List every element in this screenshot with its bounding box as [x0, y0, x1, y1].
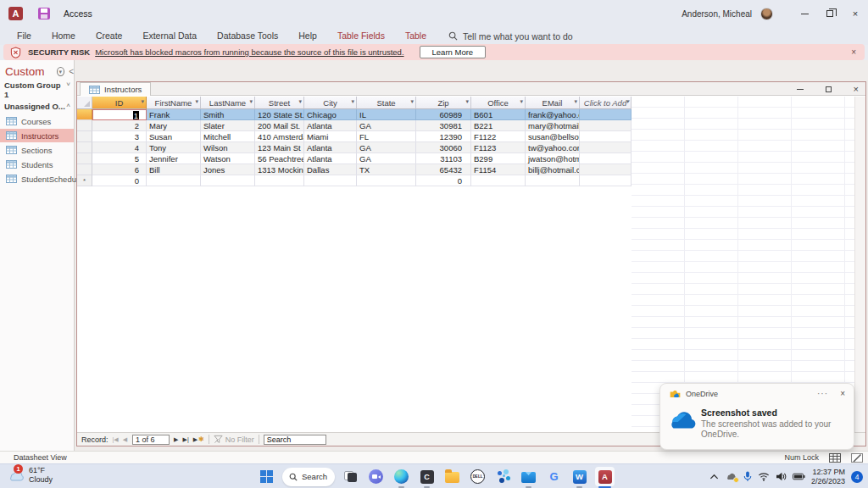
cell-lastname[interactable]: Slater	[201, 120, 255, 131]
nav-group-custom[interactable]: Custom Group 1˅	[4, 80, 70, 99]
cell-street[interactable]: 123 Main St	[255, 142, 304, 153]
column-header-office[interactable]: Office▾	[471, 97, 526, 109]
cell-lastname[interactable]	[201, 175, 255, 186]
cell-office[interactable]: B601	[471, 109, 526, 120]
tab-external-data[interactable]: External Data	[132, 27, 207, 45]
table-row[interactable]: 4 Tony Wilson 123 Main St Atlanta GA 300…	[77, 142, 632, 153]
cell-id[interactable]: 3	[92, 131, 147, 142]
cell-zip[interactable]: 12390	[416, 131, 471, 142]
learn-more-button[interactable]: Learn More	[420, 46, 487, 58]
cell-zip[interactable]: 31103	[416, 153, 471, 164]
access-button[interactable]: A	[595, 467, 615, 486]
toast-close-icon[interactable]: ×	[840, 389, 845, 398]
cell-office[interactable]: F1122	[471, 131, 526, 142]
cell-street[interactable]: 200 Mail St.	[255, 120, 304, 131]
row-selector[interactable]	[77, 109, 92, 120]
column-header-id[interactable]: ID▾	[92, 97, 147, 109]
tab-help[interactable]: Help	[288, 27, 327, 45]
account-name[interactable]: Anderson, Micheal	[682, 9, 752, 19]
tab-table[interactable]: Table	[395, 27, 437, 45]
cell-click-to-add[interactable]	[580, 131, 632, 142]
doc-close-icon[interactable]: ×	[854, 85, 859, 93]
table-row[interactable]: 3 Susan Mitchell 410 Amsterdam Miami FL …	[77, 131, 632, 142]
dropdown-icon[interactable]: ▾	[195, 98, 198, 105]
cell-office[interactable]: B221	[471, 120, 526, 131]
wifi-icon[interactable]	[758, 472, 770, 481]
nav-group-unassigned[interactable]: Unassigned O...˄	[4, 102, 70, 111]
cell-city[interactable]: Atlanta	[304, 153, 357, 164]
close-button[interactable]: ×	[843, 0, 868, 27]
dropdown-icon[interactable]: ▾	[249, 98, 253, 105]
cell-id[interactable]: 0	[92, 175, 147, 186]
last-record-icon[interactable]: ▶|	[183, 436, 189, 443]
cell-firstname[interactable]: Frank	[147, 109, 201, 120]
edge-button[interactable]	[392, 467, 411, 486]
cell-firstname[interactable]: Mary	[147, 120, 201, 131]
cell-firstname[interactable]: Susan	[147, 131, 201, 142]
next-record-icon[interactable]: ▶	[174, 436, 178, 443]
sidebar-item-sections[interactable]: Sections	[0, 143, 74, 157]
cell-click-to-add[interactable]	[580, 142, 632, 153]
cell-id[interactable]: 1	[92, 109, 147, 120]
cell-state[interactable]: IL	[357, 109, 416, 120]
tab-file[interactable]: File	[7, 27, 42, 45]
dropdown-icon[interactable]: ▾	[465, 98, 469, 105]
cell-zip[interactable]: 60989	[416, 109, 471, 120]
volume-icon[interactable]	[776, 472, 787, 481]
cell-email[interactable]: billj@hotmail.cc	[526, 164, 580, 175]
dropdown-icon[interactable]: ▾	[351, 98, 354, 105]
cell-street[interactable]: 120 State St.	[255, 109, 304, 120]
new-record-selector[interactable]: *	[77, 175, 92, 186]
photos-button[interactable]	[493, 467, 513, 486]
cell-city[interactable]	[304, 175, 357, 186]
cell-office[interactable]	[471, 175, 526, 186]
start-button[interactable]	[257, 467, 276, 486]
chat-button[interactable]	[366, 467, 386, 486]
table-row[interactable]: 2 Mary Slater 200 Mail St. Atlanta GA 30…	[77, 120, 632, 131]
column-header-state[interactable]: State▾	[357, 97, 416, 109]
cell-city[interactable]: Atlanta	[304, 120, 357, 131]
row-selector[interactable]	[77, 164, 92, 175]
tab-home[interactable]: Home	[42, 27, 86, 45]
cell-email[interactable]: tw@yahoo.com	[526, 142, 580, 153]
cell-city[interactable]: Miami	[304, 131, 357, 142]
cell-zip[interactable]: 0	[416, 175, 471, 186]
security-bar-close-icon[interactable]: ×	[851, 47, 856, 57]
row-selector[interactable]	[77, 142, 92, 153]
onedrive-notification[interactable]: OneDrive ··· × Screenshot saved The scre…	[659, 383, 854, 450]
cell-email[interactable]: frank@yahoo.c	[526, 109, 580, 120]
cell-street[interactable]: 56 Peachtree St	[255, 153, 304, 164]
cell-state[interactable]: GA	[357, 142, 416, 153]
microphone-icon[interactable]	[743, 471, 752, 482]
cell-office[interactable]: F1123	[471, 142, 526, 153]
dropdown-icon[interactable]: ▾	[141, 98, 144, 105]
cell-firstname[interactable]: Bill	[147, 164, 201, 175]
cell-lastname[interactable]: Wilson	[201, 142, 255, 153]
dropdown-icon[interactable]: ▾	[626, 98, 629, 105]
cell-firstname[interactable]: Jennifer	[147, 153, 201, 164]
cell-street[interactable]: 410 Amsterdam	[255, 131, 304, 142]
cell-city[interactable]: Atlanta	[304, 142, 357, 153]
tell-me-search[interactable]: Tell me what you want to do	[448, 31, 573, 42]
row-selector[interactable]	[77, 131, 92, 142]
new-record-row[interactable]: * 0 0	[77, 175, 632, 186]
cell-state[interactable]	[357, 175, 416, 186]
cell-zip[interactable]: 65432	[416, 164, 471, 175]
record-position-box[interactable]: 1 of 6	[132, 435, 170, 445]
hidden-icons-chevron[interactable]	[709, 474, 719, 480]
weather-widget[interactable]: 1 61°F Cloudy	[7, 466, 53, 484]
cell-office[interactable]: B299	[471, 153, 526, 164]
mail-button[interactable]	[519, 467, 538, 486]
sidebar-item-students[interactable]: Students	[0, 158, 74, 171]
nav-pane-menu-icon[interactable]: ▾	[57, 67, 65, 76]
column-header-city[interactable]: City▾	[304, 97, 357, 109]
task-view-button[interactable]	[341, 467, 360, 486]
cell-state[interactable]: GA	[357, 153, 416, 164]
dropdown-icon[interactable]: ▾	[574, 98, 577, 105]
notification-count-badge[interactable]: 4	[851, 471, 863, 483]
cell-state[interactable]: FL	[357, 131, 416, 142]
sidebar-item-courses[interactable]: Courses	[0, 114, 74, 128]
dropdown-icon[interactable]: ▾	[520, 98, 523, 105]
cell-zip[interactable]: 30060	[416, 142, 471, 153]
table-row[interactable]: 6 Bill Jones 1313 Mockingbi Dallas TX 65…	[77, 164, 632, 175]
